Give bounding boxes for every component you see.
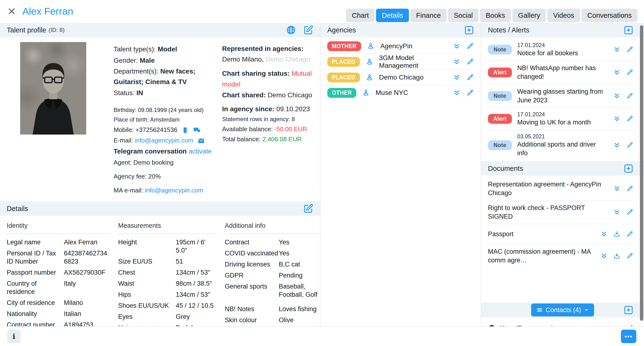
globe-icon[interactable] [286,25,296,35]
edit-pencil-icon[interactable] [626,69,634,76]
contacts-header: Contacts (4) [481,302,644,317]
note-row: Note 17.01.2024 Notice for all bookers [488,39,634,61]
gender-value: Male [140,57,155,64]
info-button[interactable]: i [7,330,21,343]
gender-label: Gender: [114,57,138,64]
edit-pencil-icon[interactable] [466,58,474,66]
tab-gallery[interactable]: Gallery [512,9,546,22]
expand-icon[interactable] [600,230,608,238]
measurements-title: Measurements [118,222,217,234]
add-icon[interactable] [623,305,634,315]
more-actions-button[interactable]: ••• [621,330,636,343]
total-balance-value: 2,406.08 EUR [262,136,302,143]
main-area: Talent profile (ID: 8) [0,23,644,327]
document-name: Right to work check - PASSPORT SIGNED [488,203,608,221]
caret-down-icon [584,307,589,312]
edit-pencil-icon[interactable] [626,185,634,192]
document-row: MAC (commission agreement) - MA comm agr… [488,244,634,267]
represented-active: Demo Milano, [222,56,264,63]
edit-pencil-icon[interactable] [626,92,634,100]
telegram-activate-link[interactable]: activate [188,148,212,155]
statement-rows: Statement rows in agency: 8 [222,114,318,124]
chat-icon[interactable] [193,127,201,134]
agencies-header: Agencies [320,23,481,37]
edit-pencil-icon[interactable] [626,209,634,216]
expand-icon[interactable] [613,115,620,122]
tab-social[interactable]: Social [448,9,478,22]
ma-email-link[interactable]: info@agencypin.com [145,187,203,194]
expand-icon[interactable] [613,142,620,149]
expand-icon[interactable] [453,74,460,81]
expand-icon[interactable] [600,252,608,259]
agency-row: PLACED Demo Chicago [327,70,474,85]
talent-type-label: Talent type(s): [114,46,156,53]
edit-pencil-icon[interactable] [466,42,474,50]
agency-list: MOTHER AgencyPin PLACED 3GM Model Manage… [320,37,481,100]
note-text: NB! WhatsApp number has changed! [517,64,608,81]
profile-info-left: Talent type(s): Model Gender: Male Depar… [114,42,222,196]
edit-pencil-icon[interactable] [626,115,634,122]
envelope-icon[interactable] [198,137,205,144]
tab-videos[interactable]: Videos [547,9,580,22]
contacts-list: User ID: agencypin Contact: Mom's number… [481,317,644,327]
expand-icon[interactable] [453,89,460,97]
agency-name: 3GM Model Management [379,54,447,70]
talent-type-value: Model [158,46,177,53]
notes-list: Note 17.01.2024 Notice for all bookers A… [481,37,644,160]
person-pin-icon [362,88,370,97]
expand-icon[interactable] [613,209,620,216]
edit-pencil-icon[interactable] [626,142,634,149]
person-pin-icon [366,42,375,51]
tab-details[interactable]: Details [376,9,409,22]
email-link[interactable]: info@agencypin.com [135,137,193,144]
download-icon[interactable] [613,252,620,259]
tab-books[interactable]: Books [480,9,511,22]
agencies-panel: Agencies MOTHER AgencyPin PLACED [320,23,481,327]
edit-pencil-icon[interactable] [626,252,634,259]
right-panel: Notes / Alerts Note 17.01.2024 Notice fo… [481,23,644,327]
agency-name: AgencyPin [380,42,412,50]
edit-icon[interactable] [303,25,313,35]
documents-header: Documents [481,161,644,176]
edit-pencil-icon[interactable] [466,89,474,97]
talent-profile-panel: Talent profile (ID: 8) [0,23,320,327]
phone-icon[interactable] [182,127,189,134]
edit-icon[interactable] [303,203,313,214]
total-balance-label: Total balance: [222,136,260,143]
edit-pencil-icon[interactable] [466,74,474,81]
place-of-birth: Place of birth: Amsterdam [114,115,222,124]
scrollbar[interactable] [640,25,643,321]
add-icon[interactable] [623,163,634,173]
add-icon[interactable] [623,25,634,35]
expand-icon[interactable] [613,92,620,100]
close-icon[interactable]: ✕ [7,6,16,17]
expand-icon[interactable] [613,46,620,53]
profile-block: Talent type(s): Model Gender: Male Depar… [0,37,320,196]
profile-info-right: Represented in agencies: Demo Milano, De… [222,42,318,196]
email-row: E-mail: info@agencypin.com [114,135,222,146]
edit-pencil-icon[interactable] [626,46,634,53]
tab-finance[interactable]: Finance [410,9,446,22]
document-name: Passport [488,230,594,238]
details-header: Details [0,201,320,216]
birthday: Birthday: 09.08.1999 (24 years old) [114,105,222,115]
identity-title: Identity [7,222,110,234]
download-icon[interactable] [613,230,620,238]
expand-icon[interactable] [453,58,460,66]
details-title: Details [7,205,28,213]
departments-label: Department(s): [114,68,158,75]
documents-list: Representation agreement - AgencyPin Chi… [481,176,644,267]
expand-icon[interactable] [613,185,620,192]
contacts-button-label: Contacts (4) [546,306,581,314]
tab-chart[interactable]: Chart [346,9,374,22]
contact-row: User ID: agencypin [488,319,634,327]
represented-label: Represented in agencies: [222,45,304,52]
contacts-button[interactable]: Contacts (4) [531,303,594,316]
expand-icon[interactable] [613,69,620,76]
expand-icon[interactable] [453,42,460,50]
details-table: Identity Legal nameAlex Ferran Personal … [0,216,320,327]
tab-conversations[interactable]: Conversations [582,9,638,22]
ma-email-label: MA e-mail: [114,187,143,194]
edit-pencil-icon[interactable] [626,230,634,238]
add-icon[interactable] [464,25,474,35]
